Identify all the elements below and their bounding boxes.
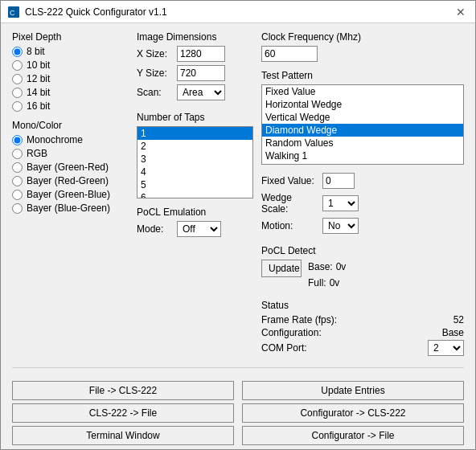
- title-bar: C CLS-222 Quick Configurator v1.1 ✕: [1, 1, 475, 23]
- column-3: Clock Frequency (Mhz) Test Pattern Fixed…: [261, 31, 464, 358]
- status-section: Status Frame Rate (fps): 52 Configuratio…: [261, 300, 464, 358]
- pixel-depth-8bit[interactable]: 8 bit: [12, 46, 129, 57]
- scan-row: Scan: Area Line: [137, 84, 253, 100]
- motion-select[interactable]: NoYes: [322, 218, 359, 234]
- main-area: Pixel Depth 8 bit 10 bit 12 bit 14 bit: [12, 31, 464, 358]
- pocl-base-label: Base:: [308, 260, 333, 275]
- frame-rate-label: Frame Rate (fps):: [261, 314, 337, 325]
- tp-vertical-wedge[interactable]: Vertical Wedge: [262, 111, 463, 124]
- content-area: Pixel Depth 8 bit 10 bit 12 bit 14 bit: [1, 23, 475, 450]
- number-of-taps-section: Number of Taps 1 2 3 4 5 6 7 8: [137, 112, 253, 198]
- tp-horizontal-wedge[interactable]: Horizontal Wedge: [262, 98, 463, 111]
- com-port-select[interactable]: 1234: [428, 340, 464, 356]
- bottom-divider: [12, 367, 464, 368]
- taps-item-2[interactable]: 2: [137, 140, 252, 153]
- pixel-depth-label: Pixel Depth: [12, 31, 129, 43]
- tp-fixed-value[interactable]: Fixed Value: [262, 85, 463, 98]
- tp-diamond-wedge[interactable]: Diamond Wedge: [262, 124, 463, 137]
- svg-text:C: C: [10, 9, 15, 17]
- image-dimensions-section: Image Dimensions X Size: Y Size: Scan: A…: [137, 31, 253, 104]
- mono-monochrome[interactable]: Monochrome: [12, 134, 129, 145]
- pixel-depth-12bit[interactable]: 12 bit: [12, 73, 129, 84]
- title-bar-left: C CLS-222 Quick Configurator v1.1: [7, 6, 167, 18]
- app-icon: C: [7, 6, 20, 18]
- terminal-window-button[interactable]: Terminal Window: [12, 426, 234, 445]
- taps-item-4[interactable]: 4: [137, 166, 252, 178]
- mono-bayer-rg[interactable]: Bayer (Red-Green): [12, 175, 129, 186]
- scan-select[interactable]: Area Line: [177, 84, 225, 100]
- motion-label: Motion:: [261, 220, 318, 231]
- configurator-to-cls-button[interactable]: Configurator -> CLS-222: [242, 403, 464, 423]
- test-pattern-label: Test Pattern: [261, 70, 464, 81]
- configuration-label: Configuration:: [261, 327, 322, 338]
- pocl-full-row: Full: 0v: [308, 276, 346, 291]
- x-size-label: X Size:: [137, 48, 173, 59]
- wedge-scale-select[interactable]: 1248: [322, 195, 359, 211]
- mono-bayer-bg[interactable]: Bayer (Blue-Green): [12, 202, 129, 214]
- taps-item-5[interactable]: 5: [137, 178, 252, 191]
- pocl-update-button[interactable]: Update: [261, 260, 302, 277]
- cls-to-file-button[interactable]: CLS-222 -> File: [12, 403, 234, 423]
- column-2: Image Dimensions X Size: Y Size: Scan: A…: [137, 31, 253, 358]
- pocl-mode-label: Mode:: [137, 223, 173, 235]
- configurator-to-file-button[interactable]: Configurator -> File: [242, 426, 464, 445]
- number-of-taps-label: Number of Taps: [137, 112, 253, 123]
- fixed-value-label: Fixed Value:: [261, 175, 318, 186]
- y-size-row: Y Size:: [137, 65, 253, 81]
- fixed-value-input[interactable]: [322, 173, 355, 189]
- taps-item-6[interactable]: 6: [137, 191, 252, 198]
- tp-random-values[interactable]: Random Values: [262, 137, 463, 149]
- pocl-full-value: 0v: [330, 276, 340, 291]
- pixel-depth-16bit[interactable]: 16 bit: [12, 100, 129, 112]
- main-window: C CLS-222 Quick Configurator v1.1 ✕ Pixe…: [0, 0, 476, 450]
- pocl-mode-select[interactable]: Off On: [177, 221, 221, 237]
- pixel-depth-10bit[interactable]: 10 bit: [12, 59, 129, 71]
- frame-rate-value: 52: [453, 314, 464, 325]
- mono-rgb[interactable]: RGB: [12, 148, 129, 159]
- clock-frequency-input[interactable]: [261, 46, 318, 62]
- taps-item-1[interactable]: 1: [137, 127, 252, 140]
- status-label: Status: [261, 300, 464, 311]
- mono-bayer-gr[interactable]: Bayer (Green-Red): [12, 162, 129, 173]
- tp-walking-1[interactable]: Walking 1: [262, 149, 463, 162]
- pocl-emulation-label: PoCL Emulation: [137, 207, 253, 218]
- bottom-col2: Update Entries Configurator -> CLS-222 C…: [242, 381, 464, 445]
- fixed-value-row: Fixed Value:: [261, 173, 464, 189]
- taps-item-3[interactable]: 3: [137, 153, 252, 166]
- test-pattern-listbox[interactable]: Fixed Value Horizontal Wedge Vertical We…: [261, 84, 464, 165]
- pocl-detect-label: PoCL Detect: [261, 245, 464, 256]
- scan-label: Scan:: [137, 87, 173, 98]
- taps-listbox[interactable]: 1 2 3 4 5 6 7 8: [137, 126, 253, 198]
- mono-color-label: Mono/Color: [12, 120, 129, 131]
- pocl-detect-values: Base: 0v Full: 0v: [308, 260, 346, 292]
- fixed-value-section: Fixed Value: Wedge Scale: 1248 Motion: N…: [261, 173, 464, 237]
- bottom-col1: File -> CLS-222 CLS-222 -> File Terminal…: [12, 381, 234, 445]
- clock-frequency-section: Clock Frequency (Mhz): [261, 31, 464, 62]
- close-button[interactable]: ✕: [453, 4, 469, 20]
- motion-row: Motion: NoYes: [261, 218, 464, 234]
- pixel-depth-14bit[interactable]: 14 bit: [12, 87, 129, 98]
- com-port-label: COM Port:: [261, 342, 307, 354]
- wedge-scale-row: Wedge Scale: 1248: [261, 192, 464, 215]
- pocl-detect-section: PoCL Detect Update Base: 0v Full: 0v: [261, 245, 464, 292]
- mono-color-radio-group: Monochrome RGB Bayer (Green-Red) Bayer (…: [12, 134, 129, 214]
- configuration-row: Configuration: Base: [261, 327, 464, 338]
- pocl-emulation-section: PoCL Emulation Mode: Off On: [137, 207, 253, 240]
- image-dimensions-label: Image Dimensions: [137, 31, 253, 43]
- frame-rate-row: Frame Rate (fps): 52: [261, 314, 464, 325]
- x-size-row: X Size:: [137, 46, 253, 62]
- pocl-base-value: 0v: [336, 260, 347, 275]
- file-to-cls-button[interactable]: File -> CLS-222: [12, 381, 234, 400]
- mono-color-section: Mono/Color Monochrome RGB Bayer (Green-R…: [12, 120, 129, 214]
- mono-bayer-gb[interactable]: Bayer (Green-Blue): [12, 189, 129, 200]
- column-1: Pixel Depth 8 bit 10 bit 12 bit 14 bit: [12, 31, 129, 358]
- y-size-label: Y Size:: [137, 68, 173, 79]
- update-entries-button[interactable]: Update Entries: [242, 381, 464, 400]
- pixel-depth-section: Pixel Depth 8 bit 10 bit 12 bit 14 bit: [12, 31, 129, 112]
- window-title: CLS-222 Quick Configurator v1.1: [25, 6, 167, 18]
- y-size-input[interactable]: [177, 65, 225, 81]
- configuration-value: Base: [442, 327, 464, 338]
- bottom-buttons: File -> CLS-222 CLS-222 -> File Terminal…: [12, 381, 464, 445]
- pocl-mode-row: Mode: Off On: [137, 221, 253, 237]
- x-size-input[interactable]: [177, 46, 225, 62]
